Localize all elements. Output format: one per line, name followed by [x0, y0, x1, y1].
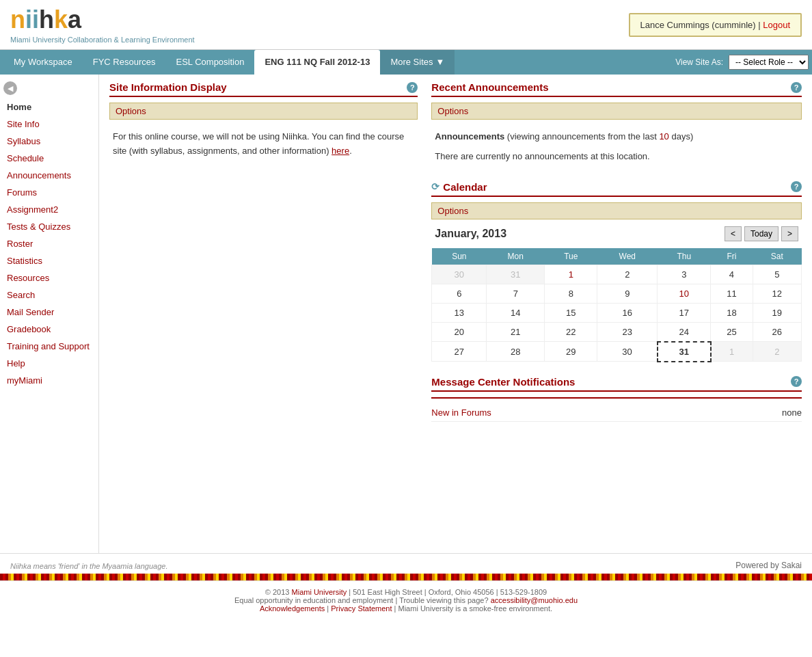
footer-acknowledgements-link[interactable]: Acknowledgements — [260, 604, 325, 613]
calendar-cell: 18 — [711, 303, 753, 322]
sidebar-item-mail-sender[interactable]: Mail Sender — [0, 304, 98, 321]
calendar-refresh-icon[interactable]: ⟳ — [431, 181, 439, 192]
navigation-tabs: My Workspace FYC Resources ESL Compositi… — [0, 50, 812, 75]
sidebar-item-site-info[interactable]: Site Info — [0, 116, 98, 133]
calendar-today-button[interactable]: Today — [744, 226, 779, 241]
logo-h-char: h — [39, 5, 54, 33]
message-center-portlet-title: Message Center Notifications ? — [431, 376, 802, 392]
sidebar-item-search[interactable]: Search — [0, 286, 98, 304]
sidebar-item-home[interactable]: Home — [0, 98, 98, 116]
footer-info-bar: Niihka means 'friend' in the Myaamia lan… — [0, 553, 812, 574]
calendar-day-thu: Thu — [658, 248, 711, 265]
calendar-cell: 30 — [432, 265, 487, 284]
sidebar-item-resources[interactable]: Resources — [0, 269, 98, 286]
footer-university-link[interactable]: Miami University — [292, 588, 347, 596]
announcements-portlet: Recent Announcements ? Options Announcem… — [431, 81, 802, 167]
sidebar-item-assignment2[interactable]: Assignment2 — [0, 201, 98, 218]
calendar-cell: 2 — [597, 265, 658, 284]
announcements-portlet-title: Recent Announcements ? — [431, 81, 802, 97]
calendar-cell: 22 — [545, 322, 597, 342]
no-announcements-text: There are currently no announcements at … — [435, 150, 798, 164]
right-portlets: Recent Announcements ? Options Announcem… — [431, 81, 802, 435]
calendar-prev-button[interactable]: < — [725, 226, 742, 241]
calendar-day-sun: Sun — [432, 248, 487, 265]
calendar-portlet-title: ⟳ Calendar ? — [431, 181, 802, 197]
logout-link[interactable]: Logout — [763, 20, 790, 30]
logo-area: niihka Miami University Collaboration & … — [10, 5, 195, 44]
calendar-tbody: 30 31 1 2 3 4 5 6 7 8 — [432, 265, 802, 362]
footer-banner — [0, 574, 812, 580]
sidebar-item-help[interactable]: Help — [0, 355, 98, 372]
calendar-cell-linked[interactable]: 10 — [658, 284, 711, 303]
logo-i1-char: i — [25, 5, 32, 33]
calendar-cell: 6 — [432, 284, 487, 303]
tab-esl-composition[interactable]: ESL Composition — [165, 50, 254, 75]
calendar-options-link[interactable]: Options — [437, 206, 468, 216]
sidebar-item-mymiami[interactable]: myMiami — [0, 372, 98, 389]
tab-my-workspace[interactable]: My Workspace — [3, 50, 83, 75]
footer-powered-by: Powered by Sakai — [735, 561, 802, 570]
tab-eng111[interactable]: ENG 111 NQ Fall 2012-13 — [254, 50, 380, 75]
sidebar-collapse-button[interactable]: ◀ — [3, 81, 17, 95]
calendar-cell: 19 — [753, 303, 801, 322]
footer-accessibility-link[interactable]: accessibility@muohio.edu — [491, 596, 578, 604]
logo-a-char: a — [68, 5, 81, 33]
sidebar-item-syllabus[interactable]: Syllabus — [0, 133, 98, 150]
sidebar-item-announcements[interactable]: Announcements — [0, 167, 98, 184]
calendar-portlet: ⟳ Calendar ? Options January, 2013 < Tod… — [431, 181, 802, 362]
role-select[interactable]: -- Select Role -- — [729, 55, 809, 70]
calendar-day-fri: Fri — [711, 248, 753, 265]
announcements-text: Announcements (viewing announcements fro… — [431, 126, 802, 167]
calendar-cell-today: 31 — [658, 342, 711, 362]
calendar-cell: 31 — [487, 265, 545, 284]
sidebar-item-roster[interactable]: Roster — [0, 235, 98, 252]
calendar-month-year: January, 2013 — [435, 228, 506, 240]
calendar-cell: 11 — [711, 284, 753, 303]
sidebar-item-forums[interactable]: Forums — [0, 184, 98, 201]
announcements-help-icon[interactable]: ? — [791, 82, 802, 93]
calendar-cell: 28 — [487, 342, 545, 362]
calendar-cell: 15 — [545, 303, 597, 322]
calendar-next-button[interactable]: > — [781, 226, 798, 241]
sidebar-item-tests-quizzes[interactable]: Tests & Quizzes — [0, 218, 98, 235]
user-separator: | — [756, 20, 763, 30]
tab-fyc-resources[interactable]: FYC Resources — [83, 50, 166, 75]
sidebar-item-training-support[interactable]: Training and Support — [0, 338, 98, 355]
footer-equal-opportunity-line: Equal opportunity in education and emplo… — [7, 596, 805, 604]
left-portlets: Site Information Display ? Options For t… — [109, 81, 418, 435]
calendar-week-3: 13 14 15 16 17 18 19 — [432, 303, 802, 322]
site-info-portlet: Site Information Display ? Options For t… — [109, 81, 418, 162]
sidebar-item-schedule[interactable]: Schedule — [0, 150, 98, 167]
calendar-nav-controls: < Today > — [725, 226, 798, 241]
calendar-cell: 2 — [753, 342, 801, 362]
calendar-table: Sun Mon Tue Wed Thu Fri Sat 30 — [431, 248, 802, 362]
footer-privacy-link[interactable]: Privacy Statement — [331, 604, 392, 613]
announcements-options-link[interactable]: Options — [437, 106, 468, 116]
calendar-day-sat: Sat — [753, 248, 801, 265]
calendar-week-1: 30 31 1 2 3 4 5 — [432, 265, 802, 284]
message-center-divider — [431, 397, 802, 399]
calendar-cell: 29 — [545, 342, 597, 362]
calendar-cell: 24 — [658, 322, 711, 342]
sidebar-item-gradebook[interactable]: Gradebook — [0, 321, 98, 338]
sidebar: ◀ Home Site Info Syllabus Schedule Annou… — [0, 75, 99, 553]
calendar-cell: 5 — [753, 265, 801, 284]
logo-i2-char: i — [32, 5, 39, 33]
new-in-forums-link[interactable]: New in Forums — [431, 407, 491, 418]
tab-more-sites[interactable]: More Sites ▼ — [380, 50, 455, 75]
site-info-options-link[interactable]: Options — [116, 106, 146, 116]
calendar-help-icon[interactable]: ? — [791, 181, 802, 192]
main-layout: ◀ Home Site Info Syllabus Schedule Annou… — [0, 75, 812, 553]
calendar-cell-linked[interactable]: 1 — [545, 265, 597, 284]
message-center-row: New in Forums none — [431, 404, 802, 422]
message-center-help-icon[interactable]: ? — [791, 376, 802, 387]
site-info-here-link[interactable]: here — [331, 146, 349, 156]
announcements-options-bar: Options — [431, 103, 802, 120]
footer-tagline: Niihka means 'friend' in the Myaamia lan… — [10, 562, 167, 570]
site-info-help-icon[interactable]: ? — [407, 82, 418, 93]
header: niihka Miami University Collaboration & … — [0, 0, 812, 50]
calendar-day-wed: Wed — [597, 248, 658, 265]
sidebar-item-statistics[interactable]: Statistics — [0, 252, 98, 269]
footer-copyright-line: © 2013 Miami University | 501 East High … — [7, 588, 805, 596]
calendar-cell: 9 — [597, 284, 658, 303]
